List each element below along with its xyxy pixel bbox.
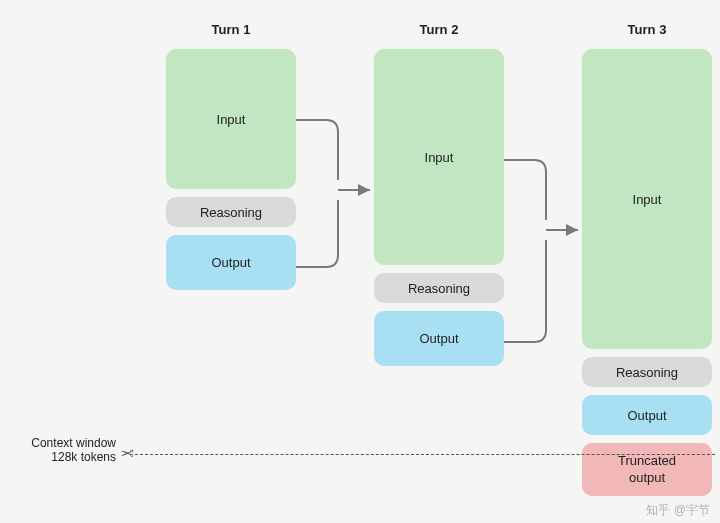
- scissors-icon: ✂: [121, 444, 134, 463]
- turn-3-output-box: Output: [582, 395, 712, 435]
- turn-1-input-box: Input: [166, 49, 296, 189]
- turn-1-reasoning-box: Reasoning: [166, 197, 296, 227]
- turn-1-output-box: Output: [166, 235, 296, 290]
- turn-3-input-box: Input: [582, 49, 712, 349]
- turn-2-input-box: Input: [374, 49, 504, 265]
- turn-3-truncated-box: Truncated output: [582, 443, 712, 496]
- turn-2-column: Turn 2 Input Reasoning Output: [374, 22, 504, 374]
- context-window-line1: Context window: [8, 436, 116, 450]
- turn-1-header: Turn 1: [166, 22, 296, 37]
- turn-2-output-box: Output: [374, 311, 504, 366]
- turn-2-header: Turn 2: [374, 22, 504, 37]
- turn-3-header: Turn 3: [582, 22, 712, 37]
- turn-3-column: Turn 3 Input Reasoning Output Truncated …: [582, 22, 712, 504]
- turn-3-reasoning-box: Reasoning: [582, 357, 712, 387]
- turn-2-reasoning-box: Reasoning: [374, 273, 504, 303]
- context-window-line2: 128k tokens: [8, 450, 116, 464]
- turn-1-column: Turn 1 Input Reasoning Output: [166, 22, 296, 298]
- context-window-line: [135, 454, 715, 455]
- watermark-text: 知乎 @宇节: [646, 502, 710, 519]
- context-window-label: Context window 128k tokens: [8, 436, 116, 464]
